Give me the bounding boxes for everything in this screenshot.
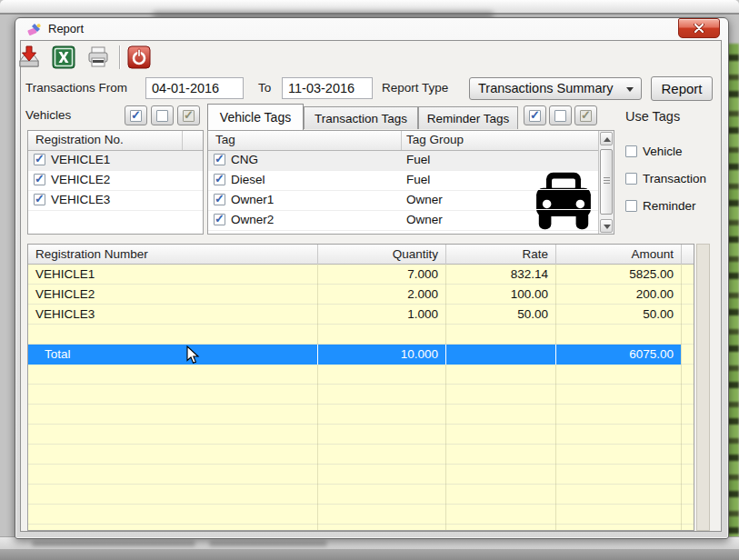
grid-line-over-car — [533, 209, 594, 210]
toolbar-separator — [119, 45, 120, 69]
invert-check-icon — [183, 110, 195, 122]
uncheck-all-icon — [554, 110, 566, 122]
tag-checkbox[interactable] — [214, 214, 225, 225]
total-row[interactable]: Total 10.000 6075.00 — [28, 345, 681, 365]
report-button[interactable]: Report — [651, 76, 713, 101]
vehicle-checkbox[interactable] — [34, 154, 45, 165]
report-grid-body: VEHICLE17.000832.145825.00VEHICLE22.0001… — [28, 265, 694, 530]
vehicles-label: Vehicles — [25, 108, 71, 122]
tag-group: Fuel — [406, 173, 430, 186]
tags-invert-selection-button[interactable] — [574, 105, 597, 125]
amount-column-header[interactable]: Amount — [28, 247, 674, 261]
total-amount: 6075.00 — [28, 345, 674, 365]
vehicles-invert-selection-button[interactable] — [177, 105, 200, 125]
tag-group-column-header[interactable]: Tag Group — [406, 133, 464, 146]
thumb-grip — [604, 180, 610, 181]
tag-group: Fuel — [406, 153, 430, 166]
check-all-icon — [529, 110, 541, 122]
use-tag-option[interactable]: Vehicle — [625, 144, 683, 158]
vehicle-name: VEHICLE2 — [51, 173, 110, 186]
tag-column-header[interactable]: Tag — [215, 133, 235, 146]
use-tag-checkbox[interactable] — [625, 145, 637, 157]
tag-name: Diesel — [231, 173, 265, 186]
registration-no-column-header[interactable]: Registration No. — [35, 133, 124, 146]
exit-button[interactable] — [127, 45, 151, 69]
tab-transaction-tags[interactable]: Transaction Tags — [304, 106, 418, 129]
taskbar-strip — [0, 549, 739, 560]
statusbar-text-blurred — [209, 541, 327, 546]
report-window-icon — [27, 23, 42, 37]
printer-icon — [85, 45, 111, 69]
vehicle-checkbox[interactable] — [34, 174, 45, 185]
report-row[interactable]: VEHICLE31.00050.0050.00 — [28, 305, 694, 325]
tags-select-all-button[interactable] — [524, 105, 546, 125]
window-title: Report — [48, 22, 84, 35]
car-icon — [533, 171, 594, 231]
vehicles-grid-header[interactable]: Registration No. — [28, 131, 203, 151]
grid-line-over-car — [533, 189, 594, 190]
vehicles-select-all-button[interactable] — [125, 105, 147, 125]
to-label: To — [258, 81, 271, 95]
tag-name: Owner2 — [231, 213, 274, 226]
invert-check-icon — [580, 110, 592, 122]
vehicle-row[interactable]: VEHICLE3 — [28, 191, 203, 211]
statusbar-text-blurred — [32, 541, 195, 546]
vehicle-row[interactable]: VEHICLE2 — [28, 171, 203, 191]
print-button[interactable] — [85, 45, 112, 69]
tag-row[interactable]: CNGFuel — [208, 151, 598, 171]
use-tag-option-label: Vehicle — [643, 145, 683, 158]
tag-checkbox[interactable] — [214, 194, 225, 205]
scroll-up-button[interactable] — [600, 132, 613, 145]
from-date-input[interactable] — [145, 77, 244, 99]
tag-checkbox[interactable] — [214, 174, 225, 185]
export-button[interactable] — [15, 45, 43, 69]
report-grid-scroll-area[interactable] — [696, 244, 710, 531]
tab-reminder-tags[interactable]: Reminder Tags — [418, 106, 518, 129]
tags-select-none-button[interactable] — [549, 105, 572, 125]
tab-label: Reminder Tags — [427, 112, 510, 125]
tag-name: Owner1 — [231, 193, 274, 206]
use-tag-option-label: Transaction — [643, 172, 706, 185]
report-amount-cell: 5825.00 — [28, 265, 674, 285]
tag-group: Owner — [406, 213, 443, 226]
excel-export-button[interactable] — [50, 45, 77, 69]
report-row[interactable]: VEHICLE22.000100.00200.00 — [28, 285, 694, 305]
report-grid: Registration Number Quantity Rate Amount… — [27, 244, 694, 531]
uncheck-all-icon — [156, 110, 168, 122]
use-tag-checkbox[interactable] — [625, 200, 637, 212]
vehicle-name: VEHICLE1 — [51, 153, 110, 166]
column-separator — [445, 245, 446, 265]
report-grid-header[interactable]: Registration Number Quantity Rate Amount — [28, 245, 694, 265]
screen: Report — [0, 0, 739, 560]
tab-label: Transaction Tags — [315, 112, 407, 125]
vehicles-select-none-button[interactable] — [151, 105, 174, 125]
chevron-down-icon — [626, 87, 634, 92]
to-date-input[interactable] — [282, 77, 373, 99]
tags-scrollbar[interactable] — [598, 131, 614, 234]
tag-checkbox[interactable] — [214, 154, 225, 165]
arrow-down-icon — [604, 225, 611, 229]
vehicle-checkbox[interactable] — [34, 194, 45, 205]
tab-label: Vehicle Tags — [220, 110, 291, 125]
scrollbar-thumb[interactable] — [600, 149, 613, 215]
scroll-down-button[interactable] — [600, 219, 613, 233]
report-type-label: Report Type — [382, 81, 448, 95]
report-amount-cell: 200.00 — [28, 285, 674, 305]
report-button-label: Report — [661, 81, 702, 96]
check-all-icon — [130, 110, 142, 122]
vehicle-row[interactable]: VEHICLE1 — [28, 151, 203, 171]
tab-vehicle-tags[interactable]: Vehicle Tags — [207, 104, 304, 130]
use-tag-option[interactable]: Transaction — [625, 171, 706, 185]
use-tag-option[interactable]: Reminder — [625, 198, 696, 213]
use-tags-label: Use Tags — [625, 109, 680, 124]
report-type-dropdown[interactable]: Transactions Summary — [469, 77, 642, 100]
arrow-up-icon — [604, 137, 611, 142]
close-button[interactable] — [678, 18, 720, 38]
tags-grid-header[interactable]: Tag Tag Group — [208, 131, 614, 151]
export-download-icon — [16, 45, 42, 69]
use-tag-checkbox[interactable] — [625, 173, 637, 185]
transactions-from-label: Transactions From — [25, 81, 127, 95]
tag-group: Owner — [406, 193, 443, 206]
report-row[interactable]: VEHICLE17.000832.145825.00 — [28, 265, 694, 285]
column-separator — [317, 245, 318, 265]
